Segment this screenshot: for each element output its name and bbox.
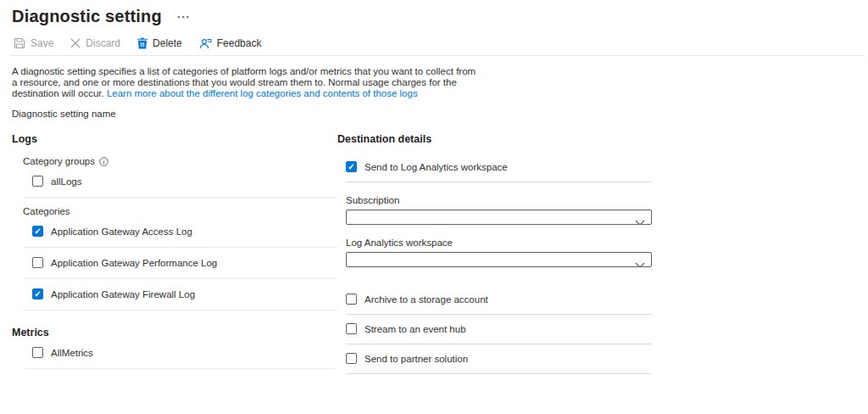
- divider: [346, 182, 652, 182]
- metrics-heading: Metrics: [12, 327, 337, 338]
- discard-button[interactable]: Discard: [70, 37, 120, 49]
- feedback-label: Feedback: [217, 37, 262, 49]
- destination-heading: Destination details: [337, 133, 652, 145]
- alllogs-label[interactable]: allLogs: [51, 176, 81, 187]
- subscription-label: Subscription: [346, 195, 652, 205]
- category-groups-label-row: Category groups: [23, 156, 337, 166]
- allmetrics-checkbox[interactable]: [32, 347, 43, 358]
- page-title: Diagnostic setting: [12, 7, 162, 26]
- subscription-dropdown[interactable]: [346, 210, 652, 225]
- discard-icon: [70, 38, 81, 48]
- event-hub-label[interactable]: Stream to an event hub: [364, 324, 466, 334]
- save-label: Save: [31, 37, 53, 49]
- access-log-label[interactable]: Application Gateway Access Log: [51, 227, 192, 237]
- logs-heading: Logs: [12, 133, 337, 145]
- divider: [23, 197, 337, 198]
- allmetrics-row: AllMetrics: [32, 347, 337, 358]
- page-header: Diagnostic setting ···: [0, 0, 868, 26]
- archive-storage-checkbox[interactable]: [346, 294, 357, 305]
- access-log-checkbox[interactable]: [32, 226, 43, 237]
- description-text: A diagnostic setting specifies a list of…: [12, 66, 476, 99]
- discard-label: Discard: [86, 37, 120, 49]
- send-to-law-label[interactable]: Send to Log Analytics workspace: [364, 162, 508, 172]
- categories-label: Categories: [23, 206, 337, 216]
- alllogs-row: allLogs: [32, 176, 337, 187]
- event-hub-row: Stream to an event hub: [346, 315, 652, 344]
- performance-log-label[interactable]: Application Gateway Performance Log: [51, 258, 217, 268]
- content-columns: Logs Category groups allLogs Categories …: [0, 133, 868, 374]
- send-to-law-checkbox[interactable]: [346, 161, 357, 172]
- delete-label: Delete: [153, 37, 182, 49]
- partner-solution-checkbox[interactable]: [346, 353, 357, 364]
- learn-more-link[interactable]: Learn more about the different log categ…: [107, 88, 418, 98]
- delete-button[interactable]: Delete: [137, 37, 182, 49]
- chevron-down-icon: [635, 258, 645, 267]
- info-icon[interactable]: [99, 157, 108, 166]
- event-hub-checkbox[interactable]: [346, 323, 357, 334]
- workspace-label: Log Analytics workspace: [346, 238, 652, 248]
- category-groups-label: Category groups: [23, 156, 95, 166]
- archive-storage-label[interactable]: Archive to a storage account: [364, 294, 488, 305]
- divider: [23, 310, 337, 310]
- save-button[interactable]: Save: [14, 37, 53, 49]
- save-icon: [14, 37, 25, 49]
- archive-storage-row: Archive to a storage account: [346, 285, 652, 314]
- category-row: Application Gateway Performance Log: [32, 248, 337, 278]
- partner-solution-row: Send to partner solution: [346, 344, 652, 373]
- destination-column: Destination details Send to Log Analytic…: [337, 133, 652, 374]
- send-to-law-row: Send to Log Analytics workspace: [346, 161, 652, 172]
- logs-column: Logs Category groups allLogs Categories …: [12, 133, 337, 374]
- trash-icon: [137, 37, 147, 49]
- workspace-dropdown[interactable]: [346, 252, 652, 267]
- category-row: Application Gateway Access Log: [32, 216, 337, 247]
- alllogs-checkbox[interactable]: [32, 176, 43, 187]
- chevron-down-icon: [635, 215, 645, 225]
- category-row: Application Gateway Firewall Log: [32, 279, 337, 310]
- diagnostic-setting-name-label: Diagnostic setting name: [12, 109, 868, 119]
- firewall-log-label[interactable]: Application Gateway Firewall Log: [51, 289, 195, 299]
- feedback-icon: [199, 38, 212, 49]
- divider: [23, 368, 337, 369]
- allmetrics-label[interactable]: AllMetrics: [51, 348, 93, 358]
- more-menu-button[interactable]: ···: [177, 10, 191, 23]
- divider: [346, 373, 652, 374]
- firewall-log-checkbox[interactable]: [32, 288, 43, 299]
- partner-solution-label[interactable]: Send to partner solution: [364, 354, 468, 364]
- feedback-button[interactable]: Feedback: [199, 37, 262, 49]
- command-bar: Save Discard Delete Feedback: [10, 37, 865, 56]
- performance-log-checkbox[interactable]: [32, 257, 43, 268]
